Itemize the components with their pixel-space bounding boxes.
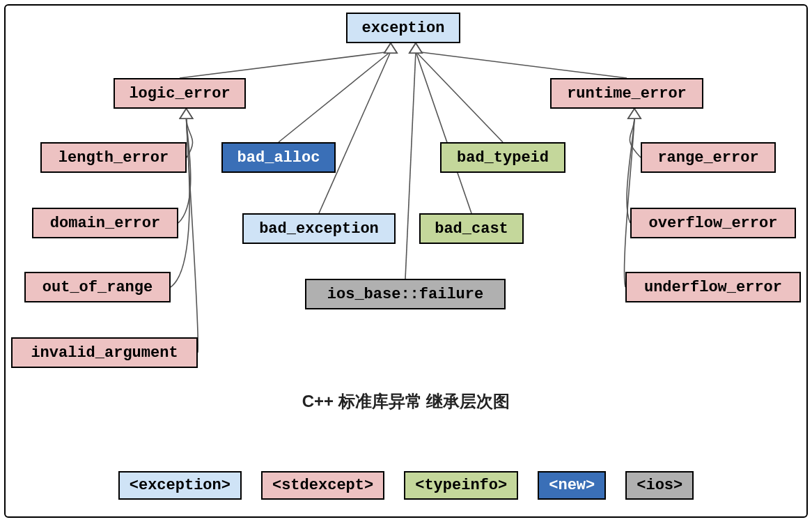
legend-row: <exception><stdexcept><typeinfo><new><io… [0,471,812,500]
node-runtime_error: runtime_error [550,78,703,109]
node-bad_exception: bad_exception [242,213,396,244]
legend-item-1: <stdexcept> [261,471,384,500]
node-invalid_argument: invalid_argument [11,337,198,368]
node-overflow_error: overflow_error [630,208,796,238]
node-exception: exception [346,13,460,43]
diagram-canvas: exceptionlogic_errorruntime_errorlength_… [0,0,812,522]
legend-item-2: <typeinfo> [404,471,518,500]
node-length_error: length_error [40,142,187,173]
node-underflow_error: underflow_error [625,272,801,302]
node-logic_error: logic_error [114,78,246,109]
node-ios_base_failure: ios_base::failure [305,279,506,309]
node-bad_typeid: bad_typeid [440,142,565,173]
node-domain_error: domain_error [32,208,178,238]
node-out_of_range: out_of_range [24,272,171,302]
node-bad_cast: bad_cast [419,213,524,244]
diagram-caption: C++ 标准库异常 继承层次图 [0,390,812,413]
legend-item-4: <ios> [625,471,694,500]
legend-item-0: <exception> [118,471,242,500]
node-range_error: range_error [641,142,776,173]
node-bad_alloc: bad_alloc [221,142,336,173]
legend-item-3: <new> [538,471,606,500]
